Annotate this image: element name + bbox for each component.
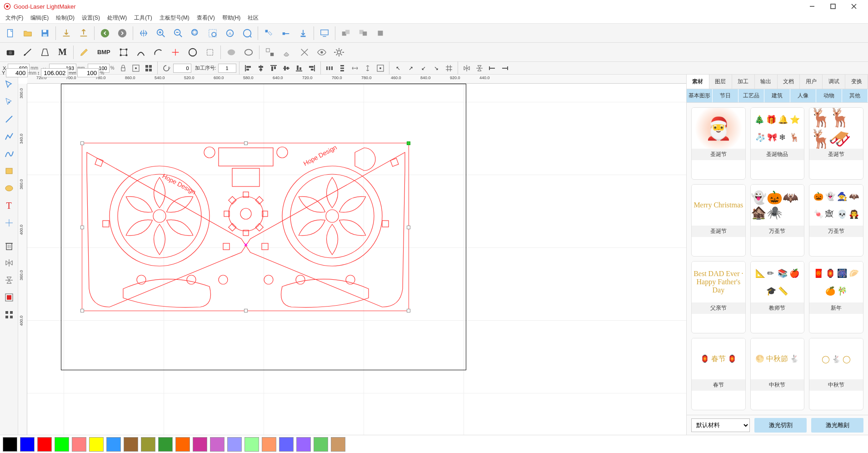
ellipse-tool-icon[interactable] (1, 180, 17, 196)
open-file-icon[interactable] (20, 25, 35, 41)
panel-tab-3[interactable]: 输出 (755, 75, 778, 89)
color-swatch[interactable] (244, 437, 259, 452)
color-swatch[interactable] (158, 437, 173, 452)
select-tool-icon[interactable] (1, 76, 17, 93)
align-top-icon[interactable] (268, 62, 279, 74)
crosshair-icon[interactable] (1, 215, 17, 231)
color-swatch[interactable] (175, 437, 190, 452)
menu-process[interactable]: 处理(W) (104, 13, 130, 23)
material-card[interactable]: 🏮 春节 🏮春节 (691, 338, 746, 410)
panel-subtab-4[interactable]: 人像 (790, 89, 816, 102)
node-tool-icon[interactable] (1, 94, 17, 110)
redo-icon[interactable] (115, 25, 130, 41)
move-nw-icon[interactable]: ↖ (392, 62, 404, 74)
color-swatch[interactable] (227, 437, 242, 452)
align-left-icon[interactable] (242, 62, 254, 74)
panel-tab-0[interactable]: 素材 (687, 75, 709, 89)
h-input[interactable] (41, 68, 68, 77)
dist-h-icon[interactable] (324, 62, 335, 74)
menu-file[interactable]: 文件(F) (2, 13, 27, 23)
rotate-icon[interactable] (160, 62, 172, 74)
pattern-icon[interactable] (143, 62, 155, 74)
flip-v-icon[interactable] (474, 62, 485, 74)
laser-engrave-button[interactable]: 激光雕刻 (811, 418, 863, 433)
panel-tab-6[interactable]: 调试 (823, 75, 845, 89)
pan-icon[interactable] (136, 25, 151, 41)
material-card[interactable]: Merry Christmas圣诞节 (691, 184, 746, 257)
menu-edit[interactable]: 编辑(E) (27, 13, 52, 23)
panel-subtab-6[interactable]: 其他 (842, 89, 868, 102)
color-swatch[interactable] (314, 437, 328, 452)
m-button[interactable]: M (55, 45, 70, 60)
canvas[interactable]: Hope Design Hope Design (27, 84, 686, 435)
rect-tool-icon[interactable] (1, 163, 17, 179)
circle-icon[interactable] (185, 45, 200, 60)
material-card[interactable]: Best DAD Ever · Happy Father's Day父亲节 (691, 261, 746, 333)
color-swatch[interactable] (141, 437, 155, 452)
zoom-fit-icon[interactable]: A (222, 25, 238, 41)
zoom-sel-icon[interactable] (188, 25, 203, 41)
color-swatch[interactable] (296, 437, 311, 452)
color-swatch[interactable] (106, 437, 121, 452)
menu-set[interactable]: 设置(S) (78, 13, 104, 23)
material-card[interactable]: 🧧🏮🎆🥟🍊🎋新年 (809, 261, 863, 333)
spline-tool-icon[interactable] (1, 146, 17, 162)
sy-input[interactable] (77, 68, 99, 77)
camera-icon[interactable] (3, 45, 18, 60)
lock-aspect-icon[interactable] (117, 62, 129, 74)
dist-v-icon[interactable] (336, 62, 348, 74)
align-bottom-icon[interactable] (293, 62, 305, 74)
align-vcenter-icon[interactable] (280, 62, 292, 74)
color-swatch[interactable] (20, 437, 35, 452)
panel-subtab-1[interactable]: 节日 (713, 89, 738, 102)
color-swatch[interactable] (72, 437, 86, 452)
y-input[interactable] (6, 68, 28, 77)
gear-icon[interactable] (331, 45, 347, 60)
layout-a-icon[interactable] (1, 289, 17, 306)
seq-input[interactable] (218, 64, 236, 73)
material-card[interactable]: 📐✏️📚🍎🎓📏教师节 (750, 261, 805, 333)
arrange-2-icon[interactable] (499, 62, 511, 74)
box-c-icon[interactable] (373, 25, 388, 41)
material-select[interactable]: 默认材料 (691, 418, 750, 432)
panel-tab-5[interactable]: 用户 (800, 75, 823, 89)
bmp-button[interactable]: BMP (94, 45, 114, 60)
polyline-tool-icon[interactable] (1, 128, 17, 145)
hollow-icon[interactable] (241, 45, 256, 60)
arrange-1-icon[interactable] (486, 62, 498, 74)
color-swatch[interactable] (89, 437, 104, 452)
move-ne-icon[interactable]: ↗ (405, 62, 417, 74)
text-tool-icon[interactable]: T (1, 197, 17, 214)
laser-cut-button[interactable]: 激光切割 (754, 418, 807, 433)
zoom-all-icon[interactable] (239, 25, 255, 41)
menu-board[interactable]: 主板型号(M) (156, 13, 193, 23)
center-canvas-icon[interactable] (374, 62, 386, 74)
menu-view[interactable]: 查看(V) (193, 13, 219, 23)
material-card[interactable]: 👻🎃🦇🏚️🕷️万圣节 (750, 184, 805, 257)
delete-tool-icon[interactable] (1, 237, 17, 254)
panel-subtab-5[interactable]: 动物 (816, 89, 842, 102)
arc-icon[interactable] (150, 45, 166, 60)
align-right-icon[interactable] (306, 62, 318, 74)
move-sw-icon[interactable]: ↙ (418, 62, 429, 74)
mirror-v-icon[interactable] (1, 272, 17, 288)
eraser-icon[interactable] (279, 45, 295, 60)
panel-subtab-0[interactable]: 基本图形 (687, 89, 713, 102)
fill-icon[interactable] (224, 45, 239, 60)
snap-icon[interactable] (168, 45, 183, 60)
panel-tab-1[interactable]: 图层 (709, 75, 732, 89)
maximize-button[interactable] (823, 0, 843, 13)
anchor-grid-icon[interactable] (130, 62, 142, 74)
color-swatch[interactable] (262, 437, 276, 452)
group-1-icon[interactable] (262, 45, 278, 60)
tool-a-icon[interactable] (261, 25, 276, 41)
undo-icon[interactable] (97, 25, 113, 41)
menu-draw[interactable]: 绘制(D) (52, 13, 78, 23)
zoom-in-icon[interactable] (153, 25, 169, 41)
material-grid[interactable]: 🎅圣诞节🎄🎁🔔⭐🧦🎀❄️🦌圣诞物品🦌🦌🦌🛷圣诞节Merry Christmas圣… (687, 103, 868, 415)
menu-tool[interactable]: 工具(T) (130, 13, 155, 23)
color-swatch[interactable] (3, 437, 17, 452)
box-a-icon[interactable] (338, 25, 354, 41)
slice-icon[interactable] (297, 45, 312, 60)
zoom-out-icon[interactable] (170, 25, 186, 41)
